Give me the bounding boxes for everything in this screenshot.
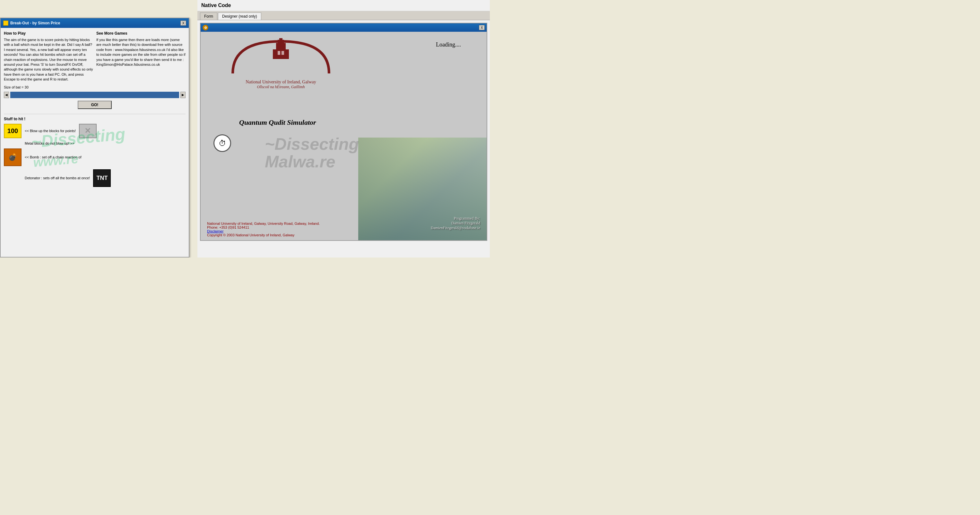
bat-slider[interactable]: ◀ ▶ [4, 92, 186, 98]
block-100-item: 100 << Blow up the blocks for points! ✕ [4, 124, 186, 138]
how-to-play-heading: How to Play [4, 31, 93, 36]
stuff-heading: Stuff to hit ! [4, 117, 186, 121]
metal-label: Metal blocks do not blow up! >> [25, 141, 75, 145]
slider-left-arrow[interactable]: ◀ [4, 92, 9, 98]
loading-text: Loading.... [436, 41, 461, 48]
bottom-disclaimer[interactable]: Disclaimer [207, 229, 320, 233]
how-see-row: How to Play The aim of the game is to sc… [4, 31, 186, 82]
tnt-label: TNT [96, 175, 108, 182]
page-title: Native Code [197, 0, 490, 11]
designer-close-button[interactable]: X [479, 25, 485, 30]
slider-track[interactable] [10, 92, 179, 98]
slider-right-arrow[interactable]: ▶ [180, 92, 186, 98]
metal-label-row: Metal blocks do not blow up! >> [4, 141, 186, 145]
bottom-line1: National University of Ireland, Galway, … [207, 222, 320, 225]
block-tnt: TNT [93, 169, 111, 187]
breakout-title-bar: Break-Out - by Simon Price X [1, 18, 189, 28]
svg-rect-3 [273, 49, 278, 59]
tab-designer[interactable]: Designer (read only) [218, 13, 261, 20]
bottom-line2: Phone: +353 (0)91 524411 [207, 225, 320, 229]
see-more-heading: See More Games [96, 31, 186, 36]
breakout-window: Break-Out - by Simon Price X How to Play… [0, 17, 189, 258]
block-bomb: 💣 [4, 149, 22, 166]
university-logo-area: National University of Ireland, Galway O… [217, 38, 345, 89]
how-to-play-section: How to Play The aim of the game is to sc… [4, 31, 93, 82]
breakout-content: How to Play The aim of the game is to sc… [1, 28, 189, 257]
breakout-title: Break-Out - by Simon Price [3, 21, 60, 25]
university-subtitle: Ollscoil na hÉireann, Gaillimh [217, 85, 345, 89]
bottom-info: National University of Ireland, Galway, … [207, 222, 320, 237]
block-100: 100 [4, 124, 22, 138]
block-metal: ✕ [79, 124, 97, 138]
svg-rect-6 [282, 51, 284, 55]
svg-rect-5 [278, 51, 280, 55]
see-more-section: See More Games If you like this game the… [96, 31, 186, 82]
slider-row: ◀ ▶ [4, 92, 186, 98]
go-button[interactable]: GO! [78, 101, 112, 109]
bomb-item: 💣 << Bomb : set off a chain reaction of [4, 149, 186, 166]
designer-window: ⚙ X Loading.... [200, 23, 487, 241]
bat-size-label: Size of bat = 30 [4, 85, 42, 89]
go-button-row: GO! [4, 101, 186, 109]
disclaimer-link[interactable]: Disclaimer [207, 229, 223, 233]
native-code-panel: Native Code Form Designer (read only) ⚙ … [197, 0, 490, 258]
university-name: National University of Ireland, Galway [217, 79, 345, 85]
breakout-close-button[interactable]: X [180, 21, 186, 25]
programmed-by-name: Damien Fitzgerald [431, 221, 480, 226]
right-watermark-1: ~Dissecting [265, 135, 359, 154]
designer-title-bar: ⚙ X [200, 24, 487, 32]
designer-icon: ⚙ [202, 25, 208, 30]
see-more-text: If you like this game then there are loa… [96, 38, 186, 67]
quantum-title: Quantum Qudit Simulator [239, 118, 316, 127]
programmed-by: Programmed By: Damien Fitzgerald DamienF… [431, 216, 480, 231]
stopwatch-icon: ⏱ [213, 135, 231, 152]
svg-rect-4 [284, 49, 289, 59]
stuff-section: Stuff to hit ! 100 << Blow up the blocks… [4, 114, 186, 190]
right-watermark-2: Malwa.re [265, 152, 336, 171]
blow-up-label: << Blow up the blocks for points! [25, 129, 76, 133]
detonator-label: Detonator : sets off all the bombs at on… [25, 176, 90, 180]
bomb-label: << Bomb : set off a chain reaction of [25, 155, 81, 159]
detonator-item: Detonator : sets off all the bombs at on… [4, 169, 186, 187]
tabs-row: Form Designer (read only) [197, 11, 490, 20]
tab-form[interactable]: Form [200, 13, 217, 20]
svg-rect-2 [279, 38, 283, 41]
programmed-by-line1: Programmed By: [431, 216, 480, 221]
university-arch [223, 38, 339, 77]
programmed-by-email: DamienFitzgerald@vodafone.ie [431, 226, 480, 231]
bat-size-row: Size of bat = 30 [4, 85, 186, 89]
designer-content: Loading.... National University of Irela [200, 32, 487, 240]
bottom-copyright: Copyright © 2003 National University of … [207, 233, 320, 237]
breakout-icon [3, 21, 8, 25]
how-to-play-text: The aim of the game is to score points b… [4, 38, 93, 82]
